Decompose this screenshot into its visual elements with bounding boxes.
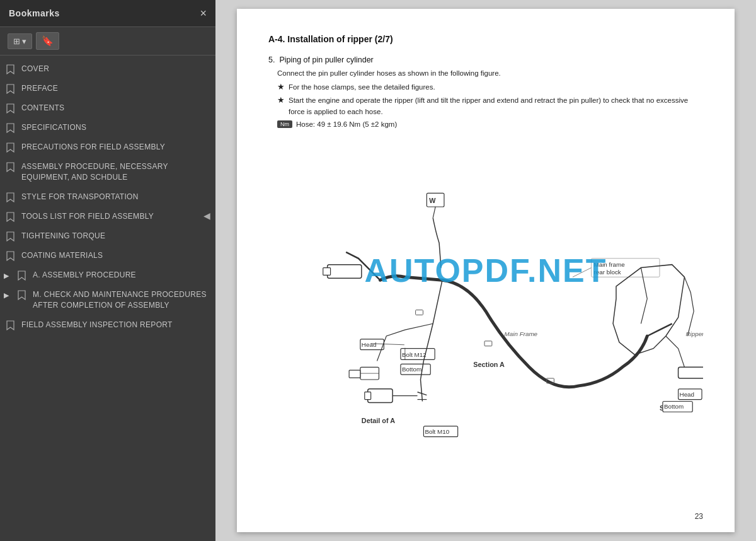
bookmark-icon-tightening-torque (6, 231, 16, 241)
sidebar-label-assembly-proc: ASSEMBLY PROCEDURE, NECESSARY EQUIPMENT,… (21, 161, 209, 183)
sidebar-label-field-inspection: FIELD ASSEMBLY INSPECTION REPORT (21, 320, 209, 330)
sidebar-label-specifications: SPECIFICATIONS (21, 122, 209, 133)
layout-button[interactable]: ⊞ ▾ (8, 33, 32, 49)
sidebar-item-style-transport[interactable]: STYLE FOR TRANSPORTATION (0, 187, 215, 207)
sidebar-label-a-assembly: A. ASSEMBLY PROCEDURE (33, 270, 209, 281)
nav-arrow-tools-list: ◀ (203, 210, 210, 223)
sidebar-item-cover[interactable]: COVER (0, 59, 215, 79)
sidebar-label-cover: COVER (21, 64, 209, 74)
bookmark-icon-specifications (6, 123, 16, 133)
sidebar-label-style-transport: STYLE FOR TRANSPORTATION (21, 192, 209, 202)
diagram-area: Bolt M12 Bottom Head Section A Main Fram… (268, 138, 703, 447)
main-content: A-4. Installation of ripper (2/7) 5. Pip… (215, 0, 756, 541)
bookmark-icon-tools-list (6, 212, 16, 222)
svg-text:Bolt M12: Bolt M12 (402, 351, 427, 358)
bookmark-icon-contents (6, 103, 16, 113)
sidebar-item-field-inspection[interactable]: FIELD ASSEMBLY INSPECTION REPORT (0, 315, 215, 335)
svg-rect-30 (365, 392, 371, 399)
sidebar-label-precautions: PRECAUTIONS FOR FIELD ASSEMBLY (21, 142, 209, 153)
sidebar-item-m-check[interactable]: ▶ M. CHECK AND MAINTENANCE PROCEDURES AF… (0, 285, 215, 315)
bookmark-icon-preface (6, 84, 16, 94)
svg-text:Section A: Section A (473, 361, 505, 368)
sidebar-nav: COVER PREFACE CONTENTS SPECIFICATIONS (0, 55, 215, 541)
sidebar-title: Bookmarks (9, 8, 60, 18)
svg-text:rear block: rear block (594, 269, 621, 276)
bookmark-icon-field-inspection (6, 320, 16, 330)
svg-text:Ripper: Ripper (685, 330, 703, 337)
page-heading: A-4. Installation of ripper (2/7) (268, 34, 703, 44)
bookmark-icon-a-assembly (18, 270, 28, 281)
svg-text:Head: Head (680, 390, 695, 397)
sidebar-item-assembly-proc[interactable]: ASSEMBLY PROCEDURE, NECESSARY EQUIPMENT,… (0, 157, 215, 187)
svg-text:Bottom: Bottom (664, 403, 684, 410)
instruction-block: 5. Piping of pin puller cylinder Connect… (268, 55, 703, 128)
sidebar-item-preface[interactable]: PREFACE (0, 79, 215, 98)
expand-icon-a-assembly: ▶ (4, 271, 13, 281)
sidebar-header: Bookmarks × (0, 0, 215, 27)
svg-text:Bolt M10: Bolt M10 (425, 428, 449, 434)
svg-rect-1 (328, 264, 362, 278)
sidebar-item-tightening-torque[interactable]: TIGHTENING TORQUE (0, 226, 215, 246)
svg-text:Main frame: Main frame (594, 260, 626, 267)
bookmark-icon-coating-materials (6, 251, 16, 261)
sidebar-item-specifications[interactable]: SPECIFICATIONS (0, 118, 215, 137)
sidebar-item-a-assembly[interactable]: ▶ A. ASSEMBLY PROCEDURE (0, 265, 215, 285)
bookmark-button[interactable]: 🔖 (36, 32, 59, 50)
bookmark-icon: 🔖 (42, 35, 54, 47)
bullet-1: ★ For the hose clamps, see the detailed … (268, 81, 703, 93)
page-container: A-4. Installation of ripper (2/7) 5. Pip… (237, 9, 735, 532)
bookmark-icon-assembly-proc (6, 162, 16, 172)
expand-icon-m-check: ▶ (4, 291, 13, 300)
page-number: 23 (695, 512, 703, 521)
svg-rect-36 (349, 370, 360, 378)
svg-text:Bottom: Bottom (402, 366, 421, 373)
step-number-label: 5. Piping of pin puller cylinder (268, 55, 703, 64)
sidebar-item-coating-materials[interactable]: COATING MATERIALS (0, 246, 215, 265)
sidebar-label-contents: CONTENTS (21, 103, 209, 113)
bullet-2: ★ Start the engine and operate the rippe… (268, 95, 703, 118)
layout-dropdown-icon: ▾ (22, 37, 26, 46)
svg-rect-29 (368, 388, 392, 402)
step-desc: Connect the pin puller cylinder hoses as… (268, 67, 703, 79)
step-title-label: Piping of pin puller cylinder (279, 55, 373, 64)
sidebar-item-precautions[interactable]: PRECAUTIONS FOR FIELD ASSEMBLY (0, 137, 215, 157)
close-button[interactable]: × (200, 8, 207, 19)
sidebar-label-coating-materials: COATING MATERIALS (21, 250, 209, 261)
torque-line: Nm Hose: 49 ± 19.6 Nm (5 ±2 kgm) (268, 120, 703, 128)
sidebar-item-tools-list[interactable]: TOOLS LIST FOR FIELD ASSEMBLY ◀ (0, 207, 215, 226)
svg-text:Detail of A: Detail of A (362, 417, 395, 424)
sidebar: Bookmarks × ⊞ ▾ 🔖 COVER PREFACE (0, 0, 215, 541)
svg-rect-24 (679, 367, 703, 378)
svg-rect-2 (323, 267, 331, 275)
sidebar-label-preface: PREFACE (21, 83, 209, 94)
svg-text:Head: Head (362, 340, 377, 347)
torque-icon: Nm (277, 120, 292, 128)
layout-icon: ⊞ (13, 37, 20, 46)
svg-rect-0 (268, 143, 703, 441)
sidebar-toolbar: ⊞ ▾ 🔖 (0, 27, 215, 55)
svg-text:Main Frame: Main Frame (505, 330, 538, 337)
bookmark-icon-precautions (6, 143, 16, 153)
bookmark-icon-cover (6, 64, 16, 74)
bookmark-icon-m-check (18, 290, 28, 300)
heading-label: A-4. Installation of ripper (2/7) (268, 34, 393, 44)
svg-text:W: W (429, 197, 436, 204)
sidebar-item-contents[interactable]: CONTENTS (0, 98, 215, 118)
torque-value: Hose: 49 ± 19.6 Nm (5 ±2 kgm) (296, 120, 397, 128)
sidebar-label-tightening-torque: TIGHTENING TORQUE (21, 231, 209, 241)
sidebar-label-m-check: M. CHECK AND MAINTENANCE PROCEDURES AFTE… (33, 289, 209, 311)
sidebar-label-tools-list: TOOLS LIST FOR FIELD ASSEMBLY (21, 211, 209, 222)
bookmark-icon-style-transport (6, 192, 16, 202)
